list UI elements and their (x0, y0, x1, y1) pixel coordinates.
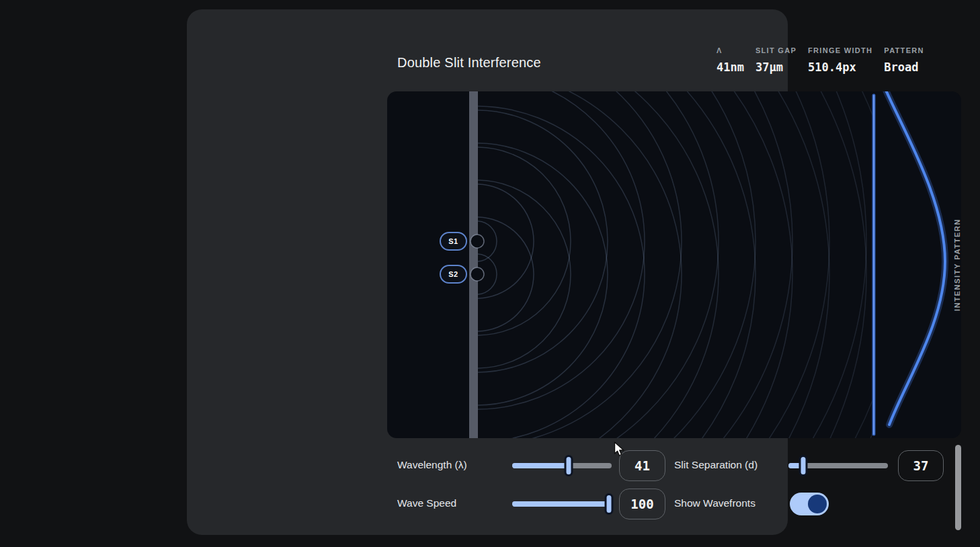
source-2-badge: S2 (440, 265, 467, 284)
stat-wavelength-label: Λ (717, 46, 723, 54)
wavelength-slider-fill (512, 463, 569, 468)
intensity-curve-glow (885, 91, 945, 425)
wavelength-label: Wavelength (λ) (397, 459, 467, 471)
slit-separation-value-box[interactable]: 37 (898, 450, 944, 481)
source-1-label: S1 (448, 237, 458, 245)
page-title: Double Slit Interference (397, 55, 541, 71)
wavelength-slider[interactable] (512, 463, 612, 468)
wavelength-value-box[interactable]: 41 (619, 450, 665, 481)
slit-separation-value: 37 (913, 458, 929, 473)
stat-wavelength-value: 41nm (717, 60, 744, 74)
wave-speed-value-box[interactable]: 100 (619, 489, 665, 519)
stat-pattern-value: Broad (884, 60, 918, 74)
stat-fringe-width: FRINGE WIDTH 510.4px (808, 46, 872, 74)
slit-separation-label: Slit Separation (d) (674, 459, 758, 471)
show-wavefronts-toggle-knob (808, 495, 827, 513)
show-wavefronts-toggle[interactable] (790, 493, 829, 515)
source-1-badge: S1 (440, 232, 467, 251)
source-2-label: S2 (448, 270, 458, 278)
wave-speed-slider-fill (512, 501, 609, 507)
slit-2-opening (471, 267, 484, 281)
stat-pattern-label: PATTERN (884, 46, 924, 54)
intensity-pattern-axis-label: INTENSITY PATTERN (953, 218, 961, 311)
stat-fringe-width-value: 510.4px (808, 60, 856, 74)
wave-canvas[interactable]: S1 S2 INTENSITY PATTERN (387, 91, 961, 438)
stat-slit-gap: SLIT GAP 37μm (756, 46, 797, 74)
stat-fringe-width-label: FRINGE WIDTH (808, 46, 872, 54)
wavelength-slider-handle[interactable] (565, 455, 573, 476)
wave-speed-slider[interactable] (512, 501, 612, 507)
wave-speed-slider-handle[interactable] (604, 493, 613, 515)
wave-speed-value: 100 (630, 497, 653, 511)
app-window: Double Slit Interference Λ 41nm SLIT GAP… (0, 0, 980, 547)
slit-1-opening (471, 235, 484, 248)
stat-wavelength: Λ 41nm (717, 46, 744, 74)
barrier-wall (469, 91, 478, 438)
wavefront-plot (387, 91, 961, 438)
stat-slit-gap-value: 37μm (756, 60, 783, 74)
show-wavefronts-label: Show Wavefronts (674, 497, 756, 509)
wave-speed-label: Wave Speed (397, 497, 456, 509)
stat-slit-gap-label: SLIT GAP (756, 46, 797, 54)
stat-pattern: PATTERN Broad (884, 46, 924, 74)
slit-separation-slider-handle[interactable] (799, 455, 808, 476)
slit-separation-slider[interactable] (788, 463, 888, 468)
simulation-card: Double Slit Interference Λ 41nm SLIT GAP… (187, 9, 788, 535)
stats-bar: Λ 41nm SLIT GAP 37μm FRINGE WIDTH 510.4p… (717, 46, 924, 74)
vertical-scrollbar[interactable] (955, 445, 961, 530)
wavelength-value: 41 (635, 458, 650, 473)
